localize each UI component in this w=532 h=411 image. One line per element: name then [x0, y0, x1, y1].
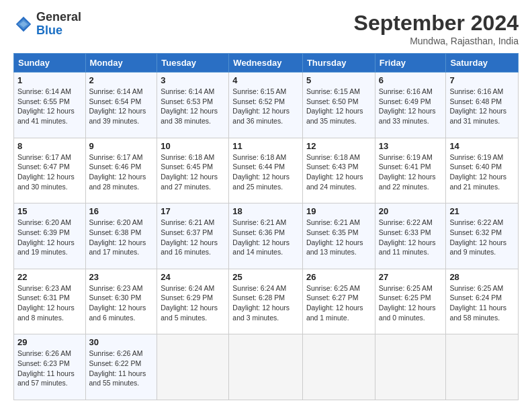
- th-thursday: Thursday: [302, 54, 375, 73]
- table-row: [302, 334, 375, 400]
- week-row-2: 8 Sunrise: 6:17 AMSunset: 6:47 PMDayligh…: [14, 138, 519, 203]
- location: Mundwa, Rajasthan, India: [354, 36, 519, 46]
- table-row: 27 Sunrise: 6:25 AMSunset: 6:25 PMDaylig…: [375, 269, 446, 334]
- table-row: 14 Sunrise: 6:19 AMSunset: 6:40 PMDaylig…: [446, 138, 519, 203]
- th-sunday: Sunday: [14, 54, 86, 73]
- table-row: 28 Sunrise: 6:25 AMSunset: 6:24 PMDaylig…: [446, 269, 519, 334]
- table-row: 23 Sunrise: 6:23 AMSunset: 6:30 PMDaylig…: [85, 269, 157, 334]
- calendar-table: Sunday Monday Tuesday Wednesday Thursday…: [13, 53, 519, 400]
- table-row: 19 Sunrise: 6:21 AMSunset: 6:35 PMDaylig…: [302, 203, 375, 269]
- th-saturday: Saturday: [446, 54, 519, 73]
- week-row-5: 29 Sunrise: 6:26 AMSunset: 6:23 PMDaylig…: [14, 334, 519, 400]
- table-row: 17 Sunrise: 6:21 AMSunset: 6:37 PMDaylig…: [157, 203, 229, 269]
- table-row: 12 Sunrise: 6:18 AMSunset: 6:43 PMDaylig…: [302, 138, 375, 203]
- month-title: September 2024: [354, 11, 519, 36]
- table-row: [157, 334, 229, 400]
- week-row-1: 1 Sunrise: 6:14 AMSunset: 6:55 PMDayligh…: [14, 73, 519, 138]
- table-row: 6 Sunrise: 6:16 AMSunset: 6:49 PMDayligh…: [375, 73, 446, 138]
- logo-text: General Blue: [36, 11, 81, 38]
- week-row-4: 22 Sunrise: 6:23 AMSunset: 6:31 PMDaylig…: [14, 269, 519, 334]
- table-row: [229, 334, 303, 400]
- table-row: 25 Sunrise: 6:24 AMSunset: 6:28 PMDaylig…: [229, 269, 303, 334]
- table-row: 3 Sunrise: 6:14 AMSunset: 6:53 PMDayligh…: [157, 73, 229, 138]
- table-row: 16 Sunrise: 6:20 AMSunset: 6:38 PMDaylig…: [85, 203, 157, 269]
- header-row: Sunday Monday Tuesday Wednesday Thursday…: [14, 54, 519, 73]
- table-row: 13 Sunrise: 6:19 AMSunset: 6:41 PMDaylig…: [375, 138, 446, 203]
- table-row: 30 Sunrise: 6:26 AMSunset: 6:22 PMDaylig…: [85, 334, 157, 400]
- table-row: 29 Sunrise: 6:26 AMSunset: 6:23 PMDaylig…: [14, 334, 86, 400]
- table-row: 11 Sunrise: 6:18 AMSunset: 6:44 PMDaylig…: [229, 138, 303, 203]
- table-row: 9 Sunrise: 6:17 AMSunset: 6:46 PMDayligh…: [85, 138, 157, 203]
- table-row: 5 Sunrise: 6:15 AMSunset: 6:50 PMDayligh…: [302, 73, 375, 138]
- table-row: 8 Sunrise: 6:17 AMSunset: 6:47 PMDayligh…: [14, 138, 86, 203]
- th-tuesday: Tuesday: [157, 54, 229, 73]
- logo-line1: General: [36, 11, 81, 24]
- table-row: 7 Sunrise: 6:16 AMSunset: 6:48 PMDayligh…: [446, 73, 519, 138]
- table-row: 24 Sunrise: 6:24 AMSunset: 6:29 PMDaylig…: [157, 269, 229, 334]
- table-row: 26 Sunrise: 6:25 AMSunset: 6:27 PMDaylig…: [302, 269, 375, 334]
- th-wednesday: Wednesday: [229, 54, 303, 73]
- logo: General Blue: [13, 11, 81, 38]
- calendar-page: General Blue September 2024 Mundwa, Raja…: [0, 0, 532, 411]
- table-row: [375, 334, 446, 400]
- th-friday: Friday: [375, 54, 446, 73]
- title-block: September 2024 Mundwa, Rajasthan, India: [354, 11, 519, 46]
- table-row: 4 Sunrise: 6:15 AMSunset: 6:52 PMDayligh…: [229, 73, 303, 138]
- table-row: 21 Sunrise: 6:22 AMSunset: 6:32 PMDaylig…: [446, 203, 519, 269]
- table-row: 2 Sunrise: 6:14 AMSunset: 6:54 PMDayligh…: [85, 73, 157, 138]
- table-row: 10 Sunrise: 6:18 AMSunset: 6:45 PMDaylig…: [157, 138, 229, 203]
- logo-icon: [13, 14, 34, 34]
- logo-line2: Blue: [36, 24, 62, 37]
- table-row: [446, 334, 519, 400]
- table-row: 15 Sunrise: 6:20 AMSunset: 6:39 PMDaylig…: [14, 203, 86, 269]
- th-monday: Monday: [85, 54, 157, 73]
- table-row: 20 Sunrise: 6:22 AMSunset: 6:33 PMDaylig…: [375, 203, 446, 269]
- table-row: 18 Sunrise: 6:21 AMSunset: 6:36 PMDaylig…: [229, 203, 303, 269]
- table-row: 22 Sunrise: 6:23 AMSunset: 6:31 PMDaylig…: [14, 269, 86, 334]
- table-row: 1 Sunrise: 6:14 AMSunset: 6:55 PMDayligh…: [14, 73, 86, 138]
- header: General Blue September 2024 Mundwa, Raja…: [13, 11, 519, 46]
- week-row-3: 15 Sunrise: 6:20 AMSunset: 6:39 PMDaylig…: [14, 203, 519, 269]
